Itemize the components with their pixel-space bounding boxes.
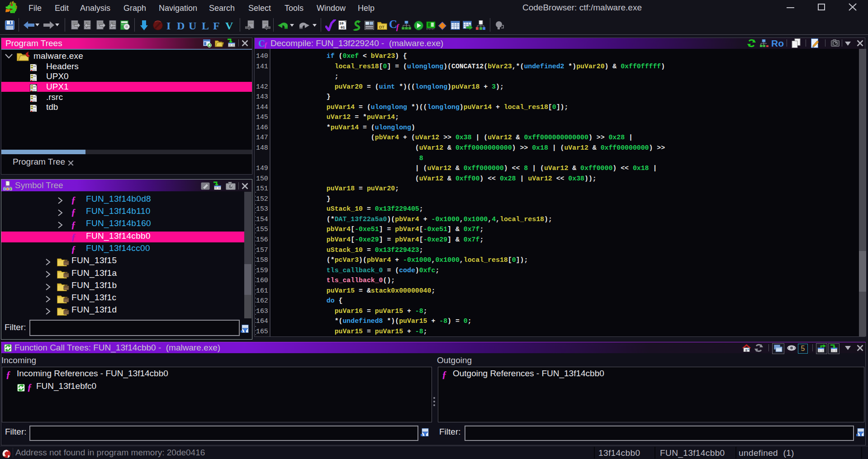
svg-text:01: 01 bbox=[341, 25, 345, 29]
svg-text:DT: DT bbox=[379, 25, 384, 29]
svg-text:10: 10 bbox=[339, 21, 344, 25]
